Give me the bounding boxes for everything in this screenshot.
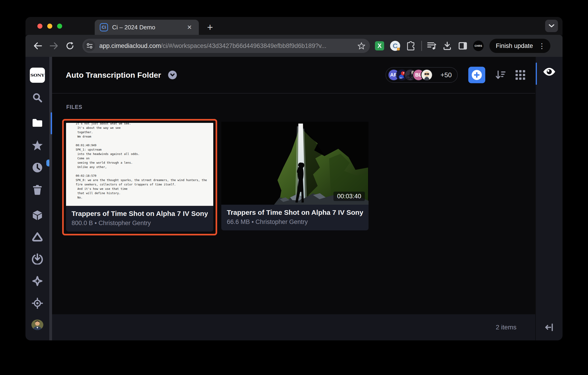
main-area: Auto Transcription Folder AR KU BL bbox=[52, 57, 535, 340]
avatar-overflow-count[interactable]: +50 bbox=[441, 71, 452, 79]
browser-tab[interactable]: Ci Ci – 2024 Demo ✕ bbox=[95, 20, 199, 35]
close-window-button[interactable] bbox=[37, 24, 42, 29]
status-bar: 2 items bbox=[52, 314, 535, 340]
tab-favicon-ci-icon: Ci bbox=[100, 23, 108, 31]
sidebar-item-ci-workspace[interactable] bbox=[25, 232, 49, 242]
sidebar-item-files[interactable] bbox=[25, 118, 49, 127]
browser-menu-icon[interactable]: ⋮ bbox=[537, 42, 547, 50]
browser-window: Ci Ci – 2024 Demo ✕ + app.cimediacloud.c… bbox=[25, 17, 563, 340]
browser-toolbar: app.cimediacloud.com/ci/#/workspaces/43d… bbox=[25, 35, 563, 57]
sort-button[interactable] bbox=[495, 70, 505, 80]
svg-text:KU: KU bbox=[399, 77, 402, 79]
eye-icon bbox=[543, 67, 556, 76]
file-card-footer: Trappers of Time Shot on Alpha 7 IV Sony… bbox=[66, 206, 213, 231]
app-sidebar: SONY 1 bbox=[25, 57, 49, 340]
sidebar-item-favorites[interactable] bbox=[25, 140, 49, 151]
side-panel-icon[interactable] bbox=[457, 40, 469, 52]
url-text[interactable]: app.cimediacloud.com/ci/#/workspaces/43d… bbox=[99, 42, 357, 50]
collapse-panel-icon[interactable] bbox=[545, 323, 554, 332]
finish-update-button[interactable]: Finish update ⋮ bbox=[489, 39, 550, 53]
grammarly-extension-icon[interactable]: C bbox=[389, 40, 401, 52]
rail-footer bbox=[536, 314, 563, 340]
finish-update-label: Finish update bbox=[496, 42, 533, 50]
video-duration-badge: 00:03:40 bbox=[334, 192, 365, 201]
preview-tool-button[interactable] bbox=[536, 67, 563, 76]
transcript-thumbnail: It's not just about what we see. It's ab… bbox=[66, 123, 213, 206]
file-meta: 66.6 MB • Christopher Gentry bbox=[227, 219, 363, 226]
package-icon bbox=[32, 210, 43, 221]
items-count: 2 items bbox=[496, 324, 516, 331]
sidebar-divider-strip bbox=[49, 57, 52, 340]
file-card-transcript[interactable]: It's not just about what we see. It's ab… bbox=[66, 123, 213, 231]
folder-chevron-icon[interactable] bbox=[168, 71, 177, 79]
reload-icon[interactable] bbox=[63, 39, 76, 52]
ci-triangle-icon bbox=[32, 232, 43, 242]
page-title: Auto Transcription Folder bbox=[66, 71, 161, 80]
plus-icon bbox=[472, 70, 482, 80]
files-section-label: FILES bbox=[66, 104, 535, 110]
star-icon bbox=[32, 140, 43, 151]
sidebar-sony-logo[interactable]: SONY bbox=[25, 68, 49, 83]
file-card-footer: Trappers of Time Shot on Alpha 7 IV Sony… bbox=[221, 205, 368, 230]
collaborators-group[interactable]: AR KU BL +50 bbox=[386, 67, 458, 83]
sidebar-item-ai-tools[interactable] bbox=[25, 276, 49, 286]
file-title: Trappers of Time Shot on Alpha 7 IV Sony… bbox=[72, 210, 208, 218]
search-icon bbox=[32, 92, 43, 103]
selected-file-outline: It's not just about what we see. It's ab… bbox=[62, 119, 217, 235]
url-host: app.cimediacloud.com bbox=[99, 42, 161, 49]
download-circle-icon bbox=[32, 253, 43, 264]
maximize-window-button[interactable] bbox=[57, 24, 62, 29]
add-button[interactable] bbox=[468, 67, 485, 83]
url-path: /ci/#/workspaces/43d3427b66d44963849efbb… bbox=[161, 42, 326, 49]
minimize-window-button[interactable] bbox=[47, 24, 52, 29]
sidebar-item-recent[interactable]: 1 bbox=[25, 162, 49, 174]
profile-avatar bbox=[32, 320, 43, 330]
sidebar-item-packages[interactable] bbox=[25, 210, 49, 221]
grid-view-button[interactable] bbox=[515, 70, 525, 80]
grid-icon bbox=[515, 70, 525, 80]
url-bar[interactable]: app.cimediacloud.com/ci/#/workspaces/43d… bbox=[82, 39, 370, 53]
sidebar-profile-avatar[interactable] bbox=[25, 320, 49, 330]
locate-icon bbox=[32, 298, 43, 309]
sony-logo-text: SONY bbox=[31, 73, 44, 77]
extensions-puzzle-icon[interactable] bbox=[405, 40, 417, 52]
file-card-video[interactable]: 00:03:40 Trappers of Time Shot on Alpha … bbox=[221, 122, 368, 230]
site-settings-icon[interactable] bbox=[84, 40, 95, 51]
tab-close-icon[interactable]: ✕ bbox=[185, 23, 194, 32]
toolbar-separator bbox=[421, 41, 422, 51]
tab-title: Ci – 2024 Demo bbox=[112, 24, 185, 31]
trash-icon bbox=[32, 184, 42, 195]
clock-icon bbox=[32, 162, 43, 173]
sidebar-item-search[interactable] bbox=[25, 92, 49, 103]
folder-header: Auto Transcription Folder AR KU BL bbox=[52, 57, 535, 94]
sparkle-icon bbox=[32, 276, 43, 286]
file-meta: 800.0 B • Christopher Gentry bbox=[72, 219, 208, 227]
file-cards: It's not just about what we see. It's ab… bbox=[62, 119, 535, 235]
back-icon[interactable] bbox=[32, 39, 44, 52]
new-tab-button[interactable]: + bbox=[205, 21, 215, 33]
forward-icon[interactable] bbox=[47, 39, 60, 52]
transcript-text: It's not just about what we see. It's ab… bbox=[76, 123, 213, 200]
right-tool-rail bbox=[535, 57, 563, 340]
downloads-icon[interactable] bbox=[441, 40, 453, 52]
chrs-profile-badge[interactable]: CHRS bbox=[472, 40, 484, 52]
bookmark-star-icon[interactable] bbox=[357, 42, 365, 50]
excel-extension-icon[interactable]: X bbox=[374, 40, 386, 52]
playlist-extension-icon[interactable] bbox=[426, 40, 438, 52]
video-thumbnail: 00:03:40 bbox=[221, 122, 368, 205]
window-controls bbox=[37, 24, 62, 29]
tab-strip: Ci Ci – 2024 Demo ✕ + bbox=[25, 17, 563, 35]
file-title: Trappers of Time Shot on Alpha 7 IV Sony… bbox=[227, 208, 363, 216]
sidebar-item-locate[interactable] bbox=[25, 298, 49, 309]
sort-descending-icon bbox=[495, 70, 505, 80]
app-page: SONY 1 bbox=[25, 57, 563, 340]
sidebar-item-downloads[interactable] bbox=[25, 253, 49, 264]
folder-icon bbox=[32, 118, 43, 127]
tab-search-chevron-icon[interactable] bbox=[545, 20, 558, 32]
avatar-bald-man[interactable] bbox=[421, 69, 433, 81]
sidebar-item-trash[interactable] bbox=[25, 184, 49, 195]
